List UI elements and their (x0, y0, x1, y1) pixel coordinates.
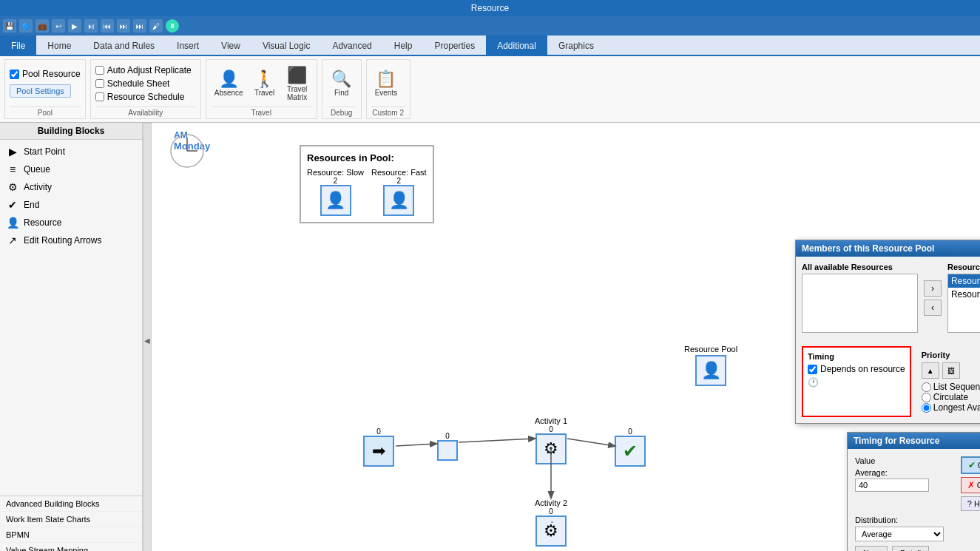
all-resources-label: All available Resources (802, 263, 918, 271)
run-icon[interactable]: ▶ (68, 19, 81, 33)
priority-list-sequence[interactable]: List Sequence (922, 382, 980, 392)
find-button[interactable]: 🔍 Find (327, 67, 356, 99)
sidebar-item-startpoint[interactable]: ▶ Start Point (0, 143, 142, 160)
flow-activity1-element[interactable]: Activity 1 0 ⚙ (535, 416, 567, 464)
forward-icon[interactable]: ⏭ (117, 19, 130, 33)
tfr-cancel-btn2[interactable]: ✗ Cancel (961, 477, 980, 493)
tab-view[interactable]: View (210, 36, 251, 55)
schedule-sheet-check[interactable]: Schedule Sheet (95, 78, 192, 89)
dist-select2[interactable]: Average Normal Triangular Uniform (855, 527, 944, 541)
longest-available-label: Longest Available (933, 402, 980, 413)
startpoint-icon: ▶ (6, 145, 19, 158)
priority-longest-available[interactable]: Longest Available (922, 402, 980, 413)
resources-in-pool-box: Resources in Pool: Resource: Slow 2 👤 Re… (300, 145, 434, 223)
main-area: Building Blocks ▶ Start Point ≡ Queue ⚙ … (0, 123, 980, 551)
priority-up-button[interactable]: ▲ (922, 362, 939, 379)
dist-label: Distribution: (855, 515, 980, 524)
priority-circulate[interactable]: Circulate (922, 392, 980, 402)
flow-start-element[interactable]: 0 ➡ (363, 427, 394, 467)
priority-down-button[interactable]: 🖼 (942, 362, 960, 379)
footer-work-item[interactable]: Work Item State Charts (0, 512, 142, 527)
priority-buttons: ▲ 🖼 (922, 362, 980, 379)
tfr-help-btn2[interactable]: ? Help (961, 496, 980, 511)
step-icon[interactable]: ⏯ (84, 19, 98, 33)
timing-resource-dialog: Timing for Resource Value Average: ✔ OK … (847, 432, 980, 551)
badge-icon[interactable]: 8 (166, 19, 179, 33)
ribbon-group-pool: Pool Resource Pool Settings Pool (4, 59, 86, 119)
tab-help[interactable]: Help (383, 36, 424, 55)
sidebar-item-queue[interactable]: ≡ Queue (0, 160, 142, 178)
absence-button[interactable]: 👤 Absence (211, 67, 247, 99)
resource-fast-icon: 👤 (383, 185, 414, 216)
dialog-transfer-arrows: › ‹ (924, 263, 942, 333)
tfr-ok-btn2[interactable]: ✔ OK (961, 456, 980, 474)
sidebar-item-end[interactable]: ✔ End (0, 196, 142, 214)
timing-depends-checkbox[interactable] (808, 365, 817, 374)
flow-end-element[interactable]: 0 ✔ (615, 427, 646, 467)
events-button[interactable]: 📋 Events (371, 67, 402, 99)
footer-vsm[interactable]: Value Stream Mapping (0, 543, 142, 551)
pool-resource-check[interactable]: Pool Resource (10, 69, 81, 79)
tab-home[interactable]: Home (36, 36, 82, 55)
travel-icon: 🚶 (254, 70, 274, 89)
timing-label: Timing (808, 352, 905, 361)
pool-resource-checkbox[interactable] (10, 70, 19, 79)
tab-properties[interactable]: Properties (423, 36, 486, 55)
tab-file[interactable]: File (0, 36, 36, 55)
pool-item-fast[interactable]: Resource: Fast (948, 288, 980, 301)
priority-label: Priority (922, 351, 980, 359)
activity1-icon: ⚙ (535, 433, 567, 464)
clock-svg (165, 129, 209, 173)
footer-advanced[interactable]: Advanced Building Blocks (0, 496, 142, 512)
auto-adjust-check[interactable]: Auto Adjust Replicate (95, 65, 192, 75)
svg-line-5 (567, 439, 615, 446)
activity-icon: ⚙ (6, 180, 19, 194)
queue-counter-top: 0 (445, 432, 450, 440)
all-resources-section: All available Resources (802, 263, 918, 333)
resources-in-pool-listbox[interactable]: Resource: Slow Resource: Fast (947, 274, 980, 333)
remove-resource-button[interactable]: ‹ (924, 300, 942, 316)
travel-group-label: Travel (211, 107, 312, 117)
resources-in-pool-section: Resources in this Pool Resource: Slow Re… (947, 263, 980, 333)
pool-settings-button[interactable]: Pool Settings (10, 84, 71, 98)
save-icon[interactable]: 💾 (3, 19, 16, 33)
app-icon[interactable]: 🔷 (19, 19, 33, 33)
pool-item-slow[interactable]: Resource: Slow (948, 274, 980, 288)
resource-schedule-check[interactable]: Resource Schedule (95, 92, 192, 102)
sidebar-collapse-handle[interactable]: ◀ (143, 123, 152, 551)
activity1-counter: 0 (549, 425, 553, 433)
all-resources-listbox[interactable] (802, 274, 918, 333)
tab-graphics[interactable]: Graphics (547, 36, 605, 55)
tab-insert[interactable]: Insert (166, 36, 210, 55)
travel-button[interactable]: 🚶 Travel (250, 67, 280, 99)
flow-activity2-element[interactable]: Activity 2 0 ⚙ (535, 498, 567, 547)
end-icon[interactable]: ⏭ (133, 19, 146, 33)
timing-clock-icon: 🕐 (808, 377, 819, 388)
tab-visual-logic[interactable]: Visual Logic (251, 36, 322, 55)
tab-additional[interactable]: Additional (486, 36, 547, 55)
title-text: Resource (471, 3, 509, 13)
resource-pool-node[interactable]: Resource Pool 👤 (684, 345, 737, 386)
detail-btn2[interactable]: Detail (892, 546, 929, 551)
sidebar-item-edit-routing[interactable]: ↗ Edit Routing Arrows (0, 231, 142, 249)
new-btn2[interactable]: New (855, 546, 888, 551)
start-counter-top: 0 (376, 427, 381, 436)
sidebar: Building Blocks ▶ Start Point ≡ Queue ⚙ … (0, 123, 143, 551)
undo-icon[interactable]: ↩ (52, 19, 65, 33)
tab-data-rules[interactable]: Data and Rules (82, 36, 166, 55)
sidebar-item-activity[interactable]: ⚙ Activity (0, 178, 142, 196)
timing-depends-label: Depends on resource (820, 364, 905, 374)
add-resource-button[interactable]: › (924, 280, 942, 297)
rewind-icon[interactable]: ⏮ (101, 19, 114, 33)
flow-queue-element[interactable]: 0 (437, 432, 458, 461)
paint-icon[interactable]: 🖌 (149, 19, 163, 33)
save2-icon[interactable]: 💼 (36, 19, 49, 33)
footer-bpmn[interactable]: BPMN (0, 527, 142, 543)
ribbon-group-custom2: 📋 Events Custom 2 (366, 59, 410, 119)
activity-label: Activity (24, 182, 52, 192)
resource-pool-label: Resource Pool (684, 345, 737, 354)
sidebar-item-resource[interactable]: 👤 Resource (0, 214, 142, 231)
tab-advanced[interactable]: Advanced (321, 36, 382, 55)
tfr-input2[interactable] (855, 479, 929, 492)
travel-matrix-button[interactable]: ⬛ TravelMatrix (283, 64, 312, 104)
